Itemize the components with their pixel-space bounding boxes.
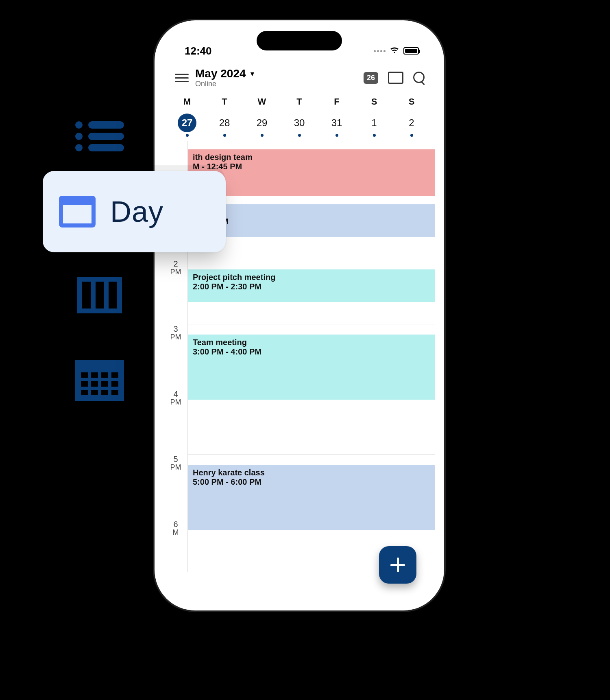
event-indicator-dot [410, 134, 413, 137]
date-cell[interactable]: 30 [281, 111, 318, 141]
header-subtitle: Online [195, 80, 357, 88]
date-number: 2 [402, 114, 421, 132]
weekday-label: T [206, 94, 243, 109]
date-cell[interactable]: 2 [393, 111, 430, 141]
today-button[interactable]: 26 [364, 72, 378, 84]
month-picker[interactable]: May 2024 ▼ [195, 68, 357, 80]
device-notch [257, 31, 342, 50]
event-time: - 1:30 PM [193, 217, 430, 226]
event-indicator-dot [373, 134, 376, 137]
view-mode-icons [73, 118, 126, 448]
event-time: 2:00 PM - 2:30 PM [193, 282, 430, 291]
weekday-label: W [243, 94, 281, 109]
search-button[interactable] [413, 72, 425, 84]
date-cell[interactable]: 28 [206, 111, 243, 141]
event-indicator-dot [298, 134, 301, 137]
event-title: ith design team [193, 153, 430, 162]
date-number: 28 [215, 114, 234, 132]
event-indicator-dot [223, 134, 226, 137]
date-cell[interactable]: 31 [318, 111, 355, 141]
date-number: 27 [178, 114, 196, 132]
hour-label: 2PM [163, 259, 188, 276]
event-title: Henry [193, 208, 430, 217]
day-view-chip[interactable]: Day [43, 171, 226, 252]
date-number: 29 [253, 114, 271, 132]
phone-frame: 12:40 May 2024 ▼ Online 26 [155, 20, 444, 610]
status-time: 12:40 [185, 45, 212, 57]
event-time: 5:00 PM - 6:00 PM [193, 477, 430, 487]
calendar-event[interactable]: Project pitch meeting2:00 PM - 2:30 PM [188, 269, 435, 302]
hour-label: 4PM [163, 389, 188, 407]
hour-label: 5PM [163, 455, 188, 472]
phone-screen: 12:40 May 2024 ▼ Online 26 [163, 29, 435, 602]
menu-button[interactable] [175, 74, 189, 82]
cellular-dots-icon [374, 50, 386, 52]
week-view-icon[interactable] [73, 277, 126, 313]
event-indicator-dot [336, 134, 338, 137]
hour-label: 3PM [163, 324, 188, 341]
event-title: Project pitch meeting [193, 273, 430, 282]
day-view-label: Day [110, 195, 163, 228]
event-indicator-dot [261, 134, 264, 137]
event-time: 3:00 PM - 4:00 PM [193, 347, 430, 357]
weekday-label: S [393, 94, 430, 109]
calendar-event[interactable]: Henry karate class5:00 PM - 6:00 PM [188, 465, 435, 530]
wifi-icon [390, 46, 399, 56]
date-row: 272829303112 [163, 109, 435, 141]
add-event-button[interactable] [379, 546, 416, 584]
chevron-down-icon: ▼ [249, 70, 256, 78]
month-view-icon[interactable] [73, 362, 126, 399]
date-cell[interactable]: 29 [243, 111, 281, 141]
date-number: 30 [290, 114, 309, 132]
event-time: M - 12:45 PM [193, 162, 430, 171]
weekday-label: T [281, 94, 318, 109]
event-title: Team meeting [193, 338, 430, 347]
date-cell[interactable]: 1 [355, 111, 393, 141]
app-header: May 2024 ▼ Online 26 [163, 62, 435, 92]
date-number: 31 [327, 114, 346, 132]
day-view-icon [59, 196, 96, 228]
date-number: 1 [365, 114, 383, 132]
view-toggle-button[interactable] [388, 72, 403, 84]
date-cell[interactable]: 27 [168, 111, 206, 141]
weekday-label: M [168, 94, 206, 109]
weekday-label: F [318, 94, 355, 109]
battery-icon [403, 47, 419, 55]
event-indicator-dot [186, 134, 189, 137]
weekday-header: MTWTFSS [163, 92, 435, 109]
weekday-label: S [355, 94, 393, 109]
header-title: May 2024 [195, 68, 246, 80]
agenda-view-icon[interactable] [73, 118, 126, 155]
calendar-event[interactable]: Team meeting3:00 PM - 4:00 PM [188, 335, 435, 400]
event-title: Henry karate class [193, 468, 430, 477]
hour-label: 6M [163, 520, 188, 537]
